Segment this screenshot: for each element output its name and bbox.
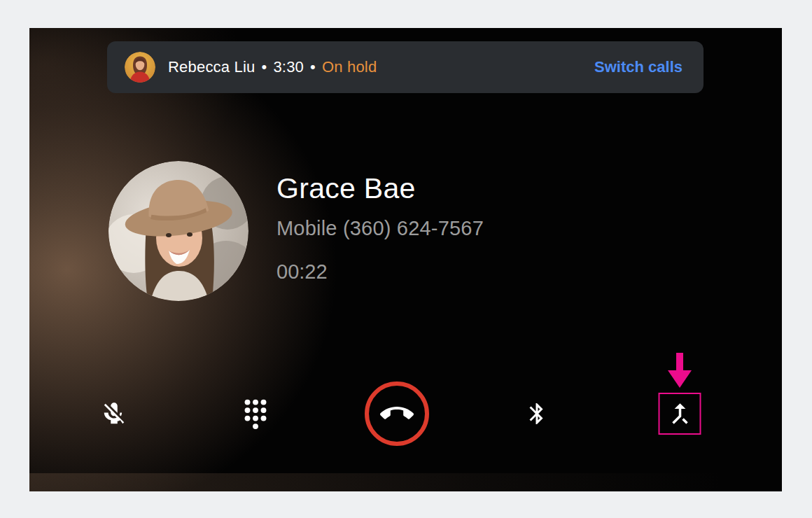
- dialpad-icon: [241, 398, 270, 430]
- on-hold-call-banner: Rebecca Liu • 3:30 • On hold Switch call…: [107, 41, 704, 93]
- bluetooth-icon: [524, 400, 550, 428]
- caller-avatar: [125, 52, 155, 83]
- banner-call-time: 3:30: [273, 58, 304, 76]
- merge-calls-button[interactable]: [659, 393, 701, 435]
- dialpad-button[interactable]: [241, 398, 270, 430]
- banner-caller-line: Rebecca Liu • 3:30 • On hold: [168, 58, 377, 76]
- in-call-screen: Rebecca Liu • 3:30 • On hold Switch call…: [29, 28, 782, 491]
- contact-phone-number: Mobile (360) 624-7567: [276, 217, 484, 240]
- contact-name: Grace Bae: [276, 172, 416, 205]
- banner-caller-name: Rebecca Liu: [168, 58, 255, 76]
- annotation-down-arrow: [667, 353, 692, 392]
- contact-photo: [108, 161, 248, 301]
- bluetooth-button[interactable]: [524, 400, 550, 428]
- switch-calls-button[interactable]: Switch calls: [594, 58, 682, 76]
- banner-separator: •: [262, 58, 267, 76]
- banner-separator: •: [310, 58, 316, 76]
- end-call-button[interactable]: [365, 382, 429, 446]
- banner-hold-status: On hold: [322, 58, 377, 76]
- mic-off-icon: [101, 400, 127, 427]
- call-merge-icon: [665, 399, 694, 428]
- mute-button[interactable]: [101, 400, 127, 427]
- call-duration: 00:22: [276, 260, 328, 284]
- call-end-icon: [380, 397, 414, 430]
